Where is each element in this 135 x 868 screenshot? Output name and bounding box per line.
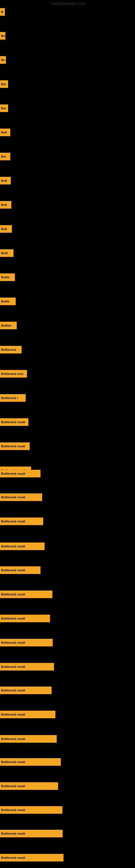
bar-item: Bottleneck result: [0, 735, 57, 743]
bar-label: Bottleneck result: [1, 568, 25, 572]
site-title: TheBottlenecker.com: [50, 1, 85, 6]
bar-label: Bottle: [1, 300, 9, 303]
bar-item: Bottleneck result: [0, 686, 52, 694]
bar-item: Bottleneck result: [0, 493, 42, 501]
bar-item: Bottl: [0, 249, 13, 257]
bar-item: Bottleneck result: [0, 711, 55, 718]
bar-label: Bottleneck result: [1, 593, 25, 596]
bar-item: Bottleneck: [0, 346, 21, 353]
bar-label: Bott: [1, 131, 7, 134]
bar-label: Bot: [1, 106, 6, 110]
bar-label: Bott: [1, 203, 7, 207]
bar-item: Bo: [0, 56, 6, 64]
bar-label: Bottleneck result: [1, 472, 25, 475]
bar-label: Bottleneck result: [1, 617, 25, 620]
bar-label: Bottleneck result: [1, 520, 25, 523]
bar-item: Bottleneck result: [0, 418, 28, 426]
bar-item: B: [0, 8, 5, 16]
bar-item: Bottlen: [0, 322, 17, 329]
bar-item: Bo: [0, 32, 5, 40]
bar-label: Bottl: [1, 251, 8, 255]
bar-item: Bottle: [0, 273, 15, 281]
bar-item: Bottleneck result: [0, 470, 41, 477]
bar-item: Bottleneck result: [0, 442, 30, 450]
bar-item: Bottleneck result: [0, 566, 41, 574]
bar-item: Bottleneck result: [0, 590, 52, 598]
bar-label: Bottleneck result: [1, 689, 25, 692]
bar-label: Bottleneck result: [1, 713, 25, 716]
bar-label: Bottleneck result: [1, 545, 25, 548]
bar-label: Bottleneck result: [1, 444, 25, 448]
bar-item: Bottleneck result: [0, 542, 45, 550]
bar-item: Bott: [0, 225, 12, 233]
bar-label: Bottlen: [1, 324, 11, 327]
bar-item: Bottleneck result: [0, 782, 58, 790]
bar-item: Bottleneck result: [0, 854, 63, 862]
bar-item: Bottleneck result: [0, 806, 62, 814]
bar-label: Bottleneck result: [1, 856, 25, 859]
bar-item: Bottleneck result: [0, 830, 63, 837]
bar-label: Bottleneck result: [1, 832, 25, 835]
bar-item: Bot: [0, 153, 10, 160]
bar-label: Bottleneck resu: [1, 372, 24, 375]
bar-label: B: [1, 10, 3, 13]
bar-item: Bott: [0, 177, 11, 184]
bar-label: Bot: [1, 155, 6, 158]
bar-item: Bottleneck result: [0, 639, 53, 646]
bar-item: Bottleneck result: [0, 663, 54, 671]
bar-item: Bottleneck resu: [0, 370, 27, 378]
bar-label: Bottleneck result: [1, 760, 25, 764]
bar-label: Bottleneck result: [1, 737, 25, 741]
bar-label: Bottleneck result: [1, 808, 25, 812]
bar-item: Bott: [0, 201, 11, 209]
bar-label: Bottleneck result: [1, 665, 25, 669]
bar-label: Bottleneck result: [1, 641, 25, 644]
bar-label: Bott: [1, 227, 7, 230]
bar-label: Bot: [1, 83, 6, 86]
bar-item: Bottleneck result: [0, 518, 43, 525]
bar-item: Bottleneck result: [0, 615, 50, 622]
bar-label: Bottleneck: [1, 348, 16, 351]
bar-label: Bottleneck result: [1, 421, 25, 424]
bar-item: Bot: [0, 80, 8, 88]
bar-label: Bottle: [1, 276, 9, 279]
bar-item: Bottleneck r: [0, 394, 26, 402]
bar-label: Bo: [1, 58, 5, 62]
bar-label: Bottleneck result: [1, 784, 25, 788]
bar-label: Bottleneck result: [1, 496, 25, 499]
bar-item: Bott: [0, 129, 10, 136]
bar-label: Bottleneck r: [1, 396, 18, 400]
bar-label: Bo: [1, 34, 5, 37]
bar-item: Bottle: [0, 298, 16, 305]
bar-item: Bottleneck result: [0, 758, 61, 766]
bar-label: Bott: [1, 179, 7, 182]
bar-item: Bot: [0, 104, 8, 112]
